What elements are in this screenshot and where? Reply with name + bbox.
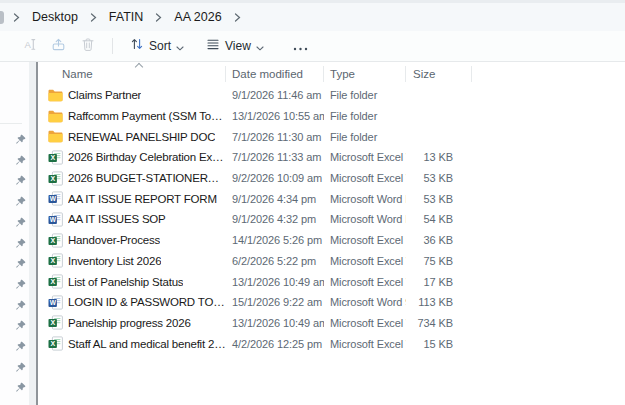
file-row[interactable]: W LOGIN ID & PASSWORD TO BANK SYSTEM 15/… <box>38 292 625 313</box>
column-header-row: Name Date modified Type Size <box>38 63 625 85</box>
excel-file-icon: X <box>48 253 63 268</box>
svg-text:A: A <box>24 39 31 50</box>
svg-text:W: W <box>50 195 57 202</box>
delete-button[interactable] <box>73 34 102 58</box>
file-size: 734 KB <box>406 317 472 329</box>
svg-text:X: X <box>50 278 55 285</box>
excel-file-icon: X <box>48 150 63 165</box>
file-date-modified: 13/1/2026 10:55 am <box>226 110 324 122</box>
file-name: Inventory List 2026 <box>68 255 161 267</box>
pushpin-icon[interactable] <box>15 134 26 145</box>
file-row[interactable]: Claims Partner 9/1/2026 11:46 am File fo… <box>38 85 625 106</box>
pushpin-icon[interactable] <box>15 238 26 249</box>
breadcrumb-item-fatin[interactable]: FATIN <box>102 7 151 27</box>
svg-text:X: X <box>50 340 55 347</box>
chevron-down-icon <box>176 37 184 55</box>
file-date-modified: 9/1/2026 4:32 pm <box>226 213 324 225</box>
chevron-right-icon[interactable] <box>229 13 246 22</box>
file-date-modified: 9/2/2026 10:09 am <box>226 172 324 184</box>
file-list-pane: Name Date modified Type Size Claims Part… <box>38 62 625 405</box>
file-name: Raffcomm Payment (SSM Topup) <box>68 110 226 122</box>
pushpin-icon[interactable] <box>15 341 26 352</box>
svg-text:X: X <box>50 175 55 182</box>
excel-file-icon: X <box>48 171 63 186</box>
pushpin-icon[interactable] <box>15 196 26 207</box>
svg-text:X: X <box>50 154 55 161</box>
word-file-icon: W <box>48 191 63 206</box>
file-type: Microsoft Excel W... <box>324 276 406 288</box>
chevron-right-icon[interactable] <box>8 13 25 22</box>
pushpin-icon[interactable] <box>15 217 26 228</box>
file-row[interactable]: X Panelship progress 2026 13/1/2026 10:4… <box>38 313 625 334</box>
file-type: File folder <box>324 110 406 122</box>
file-name: Handover-Process <box>68 234 160 246</box>
nav-section-divider <box>0 123 22 124</box>
file-row[interactable]: W AA IT ISSUES SOP 9/1/2026 4:32 pm Micr… <box>38 209 625 230</box>
sort-ascending-icon <box>135 63 143 71</box>
file-row[interactable]: RENEWAL PANELSHIP DOC 7/1/2026 11:30 am … <box>38 126 625 147</box>
svg-text:W: W <box>50 216 57 223</box>
sort-icon <box>130 37 144 55</box>
pushpin-icon[interactable] <box>15 300 26 311</box>
svg-text:X: X <box>50 258 55 265</box>
file-type: File folder <box>324 89 406 101</box>
file-size: 13 KB <box>406 151 472 163</box>
pushpin-icon[interactable] <box>15 155 26 166</box>
folder-icon <box>48 110 63 123</box>
file-size: 75 KB <box>406 255 472 267</box>
file-type: Microsoft Word D... <box>324 213 406 225</box>
file-row[interactable]: X Handover-Process 14/1/2026 5:26 pm Mic… <box>38 230 625 251</box>
column-header-name[interactable]: Name <box>38 66 226 82</box>
file-type: Microsoft Excel W... <box>324 151 406 163</box>
view-icon <box>206 37 220 55</box>
file-date-modified: 13/1/2026 10:49 am <box>226 276 324 288</box>
file-name: Claims Partner <box>68 89 141 101</box>
file-row[interactable]: X 2026 BUDGET-STATIONERY & SUNDRY IT... … <box>38 168 625 189</box>
file-row[interactable]: X List of Panelship Status 13/1/2026 10:… <box>38 271 625 292</box>
file-name: AA IT ISSUES SOP <box>68 213 166 225</box>
column-header-size[interactable]: Size <box>406 66 472 82</box>
file-size: 36 KB <box>406 234 472 246</box>
file-row[interactable]: X 2026 Birthday Celebration Expenses 7/1… <box>38 147 625 168</box>
chevron-down-icon <box>256 37 264 55</box>
file-date-modified: 4/2/2026 12:25 pm <box>226 338 324 350</box>
breadcrumb-item-aa-2026[interactable]: AA 2026 <box>167 7 228 27</box>
file-explorer-window: Desktop FATIN AA 2026 A <box>0 0 625 405</box>
file-name: 2026 BUDGET-STATIONERY & SUNDRY IT... <box>68 172 226 184</box>
pushpin-icon[interactable] <box>15 320 26 331</box>
column-header-type[interactable]: Type <box>324 66 406 82</box>
folder-icon <box>48 89 63 102</box>
word-file-icon: W <box>48 295 63 310</box>
file-date-modified: 7/1/2026 11:33 am <box>226 151 324 163</box>
see-more-button[interactable] <box>286 34 315 58</box>
navigation-pane <box>0 62 36 405</box>
share-button[interactable] <box>44 34 73 58</box>
file-row[interactable]: W AA IT ISSUE REPORT FORM 9/1/2026 4:34 … <box>38 188 625 209</box>
file-type: Microsoft Excel W... <box>324 338 406 350</box>
more-icon <box>293 37 308 55</box>
file-date-modified: 13/1/2026 10:49 am <box>226 317 324 329</box>
chevron-right-icon[interactable] <box>85 13 102 22</box>
file-name: 2026 Birthday Celebration Expenses <box>68 151 226 163</box>
rename-button[interactable]: A <box>15 34 44 58</box>
sort-button[interactable]: Sort <box>122 33 192 59</box>
pushpin-icon[interactable] <box>15 279 26 290</box>
pushpin-icon[interactable] <box>15 362 26 373</box>
file-type: Microsoft Excel W... <box>324 172 406 184</box>
view-button[interactable]: View <box>198 33 272 59</box>
view-button-label: View <box>225 39 251 53</box>
file-row[interactable]: X Inventory List 2026 6/2/2026 5:22 pm M… <box>38 251 625 272</box>
file-type: Microsoft Excel W... <box>324 255 406 267</box>
file-row[interactable]: Raffcomm Payment (SSM Topup) 13/1/2026 1… <box>38 106 625 127</box>
file-date-modified: 15/1/2026 9:22 am <box>226 296 324 308</box>
file-row[interactable]: X Staff AL and medical benefit 2026 4/2/… <box>38 333 625 354</box>
pushpin-icon[interactable] <box>15 382 26 393</box>
pushpin-icon[interactable] <box>15 258 26 269</box>
breadcrumb-item-desktop[interactable]: Desktop <box>25 7 85 27</box>
pushpin-icon[interactable] <box>15 175 26 186</box>
file-name: LOGIN ID & PASSWORD TO BANK SYSTEM <box>68 296 226 308</box>
column-header-date-modified[interactable]: Date modified <box>226 66 324 82</box>
chevron-right-icon[interactable] <box>150 13 167 22</box>
breadcrumb-clipped-icon <box>0 11 4 24</box>
excel-file-icon: X <box>48 336 63 351</box>
